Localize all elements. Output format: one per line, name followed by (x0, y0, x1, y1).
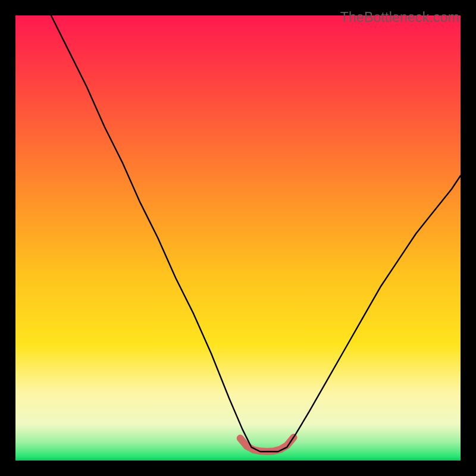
bottleneck-curve (51, 15, 461, 452)
plot-area (15, 15, 461, 461)
watermark-text: TheBottleneck.com (340, 10, 459, 26)
chart-frame: TheBottleneck.com (6, 6, 470, 470)
chart-svg (15, 15, 461, 461)
